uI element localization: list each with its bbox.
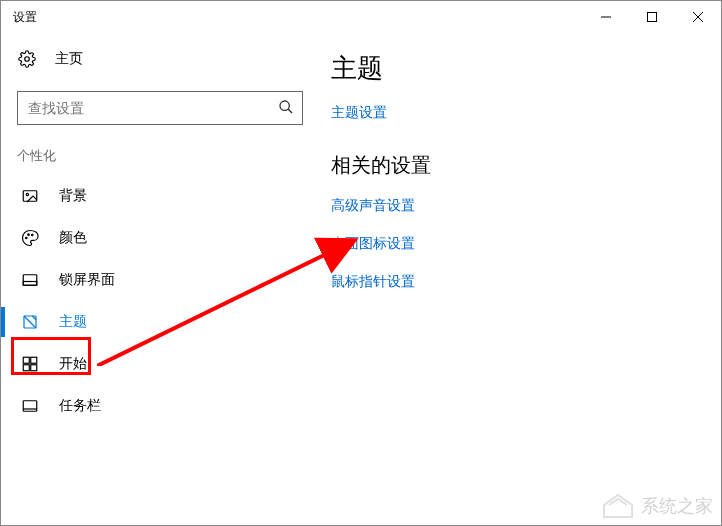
- titlebar: 设置: [1, 1, 721, 33]
- search-field[interactable]: [28, 100, 278, 116]
- svg-rect-17: [23, 365, 29, 371]
- main-panel: 主题 主题设置 相关的设置 高级声音设置 桌面图标设置 鼠标指针设置: [311, 33, 721, 525]
- sidebar-item-themes[interactable]: 主题: [1, 301, 311, 343]
- svg-rect-19: [23, 401, 37, 412]
- svg-rect-18: [31, 365, 37, 371]
- link-mouse-pointer[interactable]: 鼠标指针设置: [331, 273, 701, 291]
- minimize-button[interactable]: [583, 1, 629, 33]
- sidebar-item-lockscreen[interactable]: 锁屏界面: [1, 259, 311, 301]
- sidebar-item-start[interactable]: 开始: [1, 343, 311, 385]
- window-controls: [583, 1, 721, 33]
- svg-point-11: [32, 234, 34, 236]
- svg-line-6: [288, 109, 292, 113]
- link-theme-settings[interactable]: 主题设置: [331, 104, 701, 122]
- link-advanced-sound[interactable]: 高级声音设置: [331, 197, 701, 215]
- search-input[interactable]: [17, 91, 303, 125]
- nav-label: 开始: [59, 355, 87, 373]
- category-label: 个性化: [1, 143, 311, 175]
- nav-label: 背景: [59, 187, 87, 205]
- sidebar: 主页 个性化 背景 颜色 锁屏界面: [1, 33, 311, 525]
- section-title-related: 相关的设置: [331, 152, 701, 179]
- nav-label: 任务栏: [59, 397, 101, 415]
- svg-rect-15: [23, 357, 29, 363]
- theme-icon: [21, 313, 39, 331]
- close-button[interactable]: [675, 1, 721, 33]
- nav-label: 颜色: [59, 229, 87, 247]
- sidebar-item-colors[interactable]: 颜色: [1, 217, 311, 259]
- maximize-button[interactable]: [629, 1, 675, 33]
- svg-point-8: [26, 193, 28, 195]
- taskbar-icon: [21, 397, 39, 415]
- svg-point-4: [25, 57, 30, 62]
- svg-point-9: [26, 237, 28, 239]
- lockscreen-icon: [21, 271, 39, 289]
- sidebar-item-taskbar[interactable]: 任务栏: [1, 385, 311, 427]
- home-button[interactable]: 主页: [1, 41, 311, 77]
- home-label: 主页: [55, 50, 83, 68]
- page-title: 主题: [331, 51, 701, 86]
- window-title: 设置: [13, 9, 37, 26]
- sidebar-item-background[interactable]: 背景: [1, 175, 311, 217]
- svg-rect-13: [23, 282, 37, 286]
- search-icon: [278, 99, 294, 118]
- gear-icon: [17, 49, 37, 69]
- svg-rect-16: [31, 357, 37, 363]
- svg-rect-12: [23, 275, 37, 286]
- picture-icon: [21, 187, 39, 205]
- start-icon: [21, 355, 39, 373]
- nav-label: 锁屏界面: [59, 271, 115, 289]
- svg-point-5: [280, 101, 289, 110]
- nav-label: 主题: [59, 313, 87, 331]
- link-desktop-icon-settings[interactable]: 桌面图标设置: [331, 235, 701, 253]
- svg-point-10: [28, 234, 30, 236]
- svg-rect-1: [648, 13, 657, 22]
- palette-icon: [21, 229, 39, 247]
